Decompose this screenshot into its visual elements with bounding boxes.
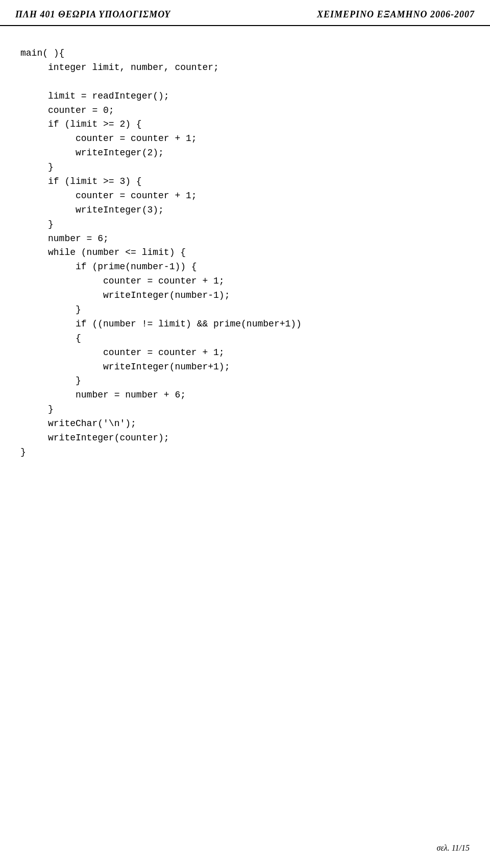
- page-number: σελ. 11/15: [437, 843, 470, 852]
- code-block: main( ){ integer limit, number, counter;…: [20, 46, 470, 460]
- page-footer: σελ. 11/15: [437, 843, 470, 853]
- page-header: ΠΛΗ 401 Θεωρια Υπολογισμου Χειμερινο Εξα…: [0, 0, 490, 26]
- semester-title: Χειμερινο Εξαμηνο 2006-2007: [317, 9, 475, 20]
- main-content: main( ){ integer limit, number, counter;…: [0, 41, 490, 490]
- course-title: ΠΛΗ 401 Θεωρια Υπολογισμου: [15, 9, 170, 20]
